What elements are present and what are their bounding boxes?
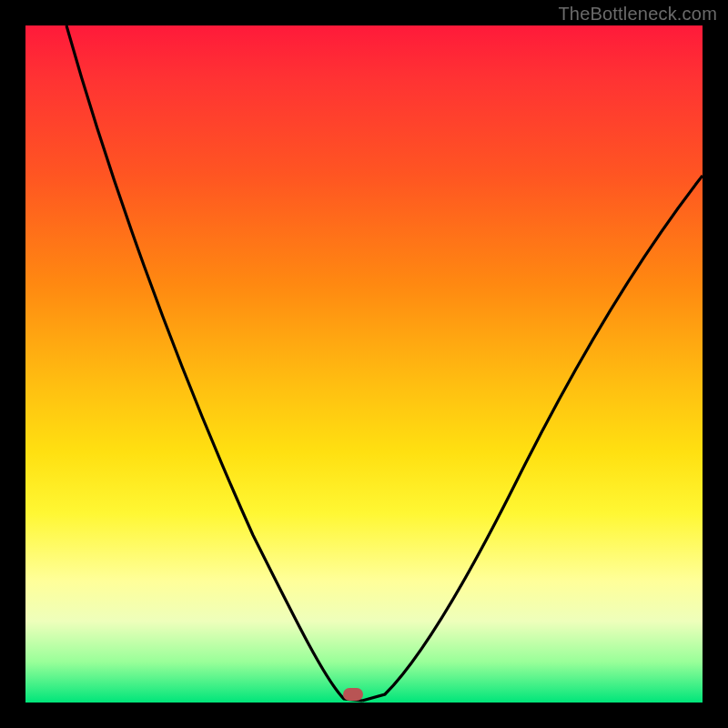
plot-area [25, 25, 703, 703]
chart-frame: TheBottleneck.com [0, 0, 728, 728]
curve-left-branch [66, 25, 362, 701]
watermark-text: TheBottleneck.com [558, 4, 717, 25]
bottleneck-curve [25, 25, 703, 703]
optimal-point-marker [343, 688, 363, 701]
curve-right-branch [362, 176, 703, 701]
